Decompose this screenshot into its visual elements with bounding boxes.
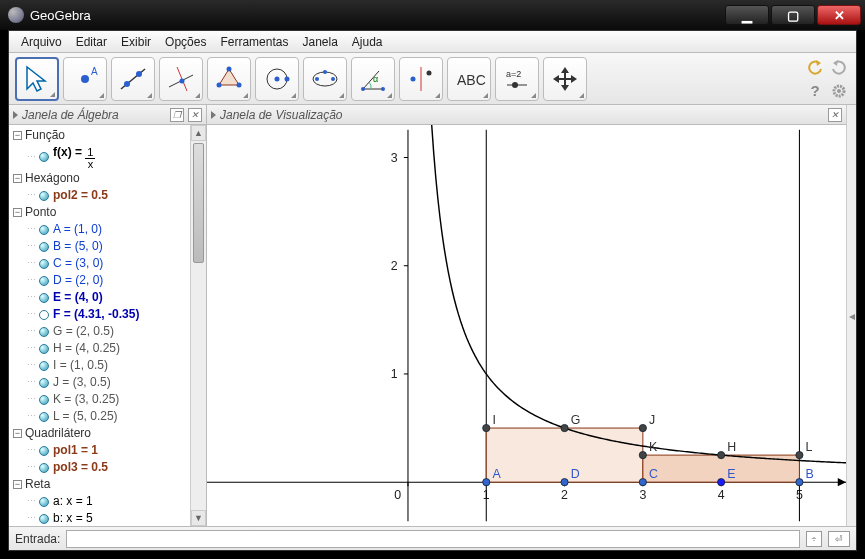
category-label: Hexágono [25,170,80,187]
tool-line[interactable] [111,57,155,101]
menu-ajuda[interactable]: Ajuda [346,33,389,51]
tool-move[interactable] [15,57,59,101]
tool-slider[interactable]: a=2 [495,57,539,101]
side-grip[interactable]: ◂ [846,105,856,526]
menu-opcoes[interactable]: Opções [159,33,212,51]
svg-point-24 [427,70,432,75]
tree-category[interactable]: −Hexágono [11,170,190,187]
menu-arquivo[interactable]: Arquivo [15,33,68,51]
undo-button[interactable] [804,56,826,78]
command-input[interactable] [66,530,800,548]
scroll-down-icon[interactable]: ▼ [191,510,206,526]
tree-item[interactable]: ⋯B = (5, 0) [11,238,190,255]
svg-text:I: I [492,413,495,427]
menu-ferramentas[interactable]: Ferramentas [214,33,294,51]
minimize-button[interactable]: ▁ [725,5,769,25]
tree-item[interactable]: ⋯b: x = 5 [11,510,190,526]
visibility-icon[interactable] [39,497,49,507]
visibility-icon[interactable] [39,361,49,371]
panel-close-button[interactable]: ✕ [188,108,202,122]
svg-text:H: H [727,440,736,454]
tree-item[interactable]: ⋯F = (4.31, -0.35) [11,306,190,323]
algebra-panel-header[interactable]: Janela de Álgebra ❐ ✕ [9,105,206,125]
close-button[interactable]: ✕ [817,5,861,25]
redo-button[interactable] [828,56,850,78]
collapse-icon[interactable]: − [13,174,22,183]
expand-icon[interactable] [211,111,216,119]
settings-button[interactable] [828,80,850,102]
collapse-icon[interactable]: − [13,208,22,217]
visibility-icon[interactable] [39,259,49,269]
tree-item[interactable]: ⋯J = (3, 0.5) [11,374,190,391]
input-history-button[interactable]: ÷ [806,531,822,547]
tree-item[interactable]: ⋯L = (5, 0.25) [11,408,190,425]
tree-item[interactable]: ⋯f(x) = 1x [11,144,190,170]
collapse-icon[interactable]: − [13,131,22,140]
scroll-up-icon[interactable]: ▲ [191,125,206,141]
plot-svg[interactable]: 012345123ABCDEGHIJKL [207,125,846,526]
panel-detach-button[interactable]: ❐ [170,108,184,122]
visibility-icon[interactable] [39,412,49,422]
visibility-icon[interactable] [39,463,49,473]
tree-category[interactable]: −Função [11,127,190,144]
visibility-icon[interactable] [39,327,49,337]
visibility-icon[interactable] [39,310,49,320]
panel-close-button[interactable]: ✕ [828,108,842,122]
tree-item[interactable]: ⋯pol2 = 0.5 [11,187,190,204]
menu-editar[interactable]: Editar [70,33,113,51]
tool-move-view[interactable] [543,57,587,101]
svg-point-63 [561,479,568,486]
visibility-icon[interactable] [39,395,49,405]
tree-item[interactable]: ⋯G = (2, 0.5) [11,323,190,340]
svg-point-57 [483,479,490,486]
visibility-icon[interactable] [39,276,49,286]
visibility-icon[interactable] [39,152,49,162]
graphics-view[interactable]: 012345123ABCDEGHIJKL [207,125,846,526]
tree-item[interactable]: ⋯E = (4, 0) [11,289,190,306]
visibility-icon[interactable] [39,446,49,456]
tree-item[interactable]: ⋯a: x = 1 [11,493,190,510]
scrollbar-vertical[interactable]: ▲ ▼ [190,125,206,526]
collapse-icon[interactable]: − [13,429,22,438]
svg-text:A: A [91,66,98,77]
tree-item[interactable]: ⋯H = (4, 0.25) [11,340,190,357]
tree-item[interactable]: ⋯D = (2, 0) [11,272,190,289]
algebra-tree[interactable]: −Função⋯f(x) = 1x−Hexágono⋯pol2 = 0.5−Po… [9,125,190,526]
visibility-icon[interactable] [39,344,49,354]
svg-text:a=2: a=2 [506,69,521,79]
expand-icon[interactable] [13,111,18,119]
tool-point[interactable]: A [63,57,107,101]
tree-category[interactable]: −Quadrilátero [11,425,190,442]
scroll-thumb[interactable] [193,143,204,263]
tool-text[interactable]: ABC [447,57,491,101]
visibility-icon[interactable] [39,225,49,235]
tool-perpendicular[interactable] [159,57,203,101]
tree-item[interactable]: ⋯pol3 = 0.5 [11,459,190,476]
tree-item[interactable]: ⋯I = (1, 0.5) [11,357,190,374]
visibility-icon[interactable] [39,242,49,252]
tool-conic[interactable] [303,57,347,101]
visibility-icon[interactable] [39,378,49,388]
tree-item[interactable]: ⋯K = (3, 0.25) [11,391,190,408]
help-button[interactable]: ? [804,80,826,102]
collapse-icon[interactable]: − [13,480,22,489]
tree-category[interactable]: −Reta [11,476,190,493]
tree-item[interactable]: ⋯C = (3, 0) [11,255,190,272]
tree-category[interactable]: −Ponto [11,204,190,221]
item-label: f(x) = 1x [53,144,95,170]
titlebar[interactable]: GeoGebra ▁ ▢ ✕ [0,0,865,30]
tree-item[interactable]: ⋯pol1 = 1 [11,442,190,459]
tool-angle[interactable]: α [351,57,395,101]
graphics-panel-header[interactable]: Janela de Visualização ✕ [207,105,846,125]
maximize-button[interactable]: ▢ [771,5,815,25]
visibility-icon[interactable] [39,514,49,524]
tree-item[interactable]: ⋯A = (1, 0) [11,221,190,238]
menu-janela[interactable]: Janela [296,33,343,51]
visibility-icon[interactable] [39,293,49,303]
menu-exibir[interactable]: Exibir [115,33,157,51]
input-submit-button[interactable]: ⏎ [828,531,850,547]
tool-polygon[interactable] [207,57,251,101]
tool-circle[interactable] [255,57,299,101]
tool-reflect[interactable] [399,57,443,101]
visibility-icon[interactable] [39,191,49,201]
